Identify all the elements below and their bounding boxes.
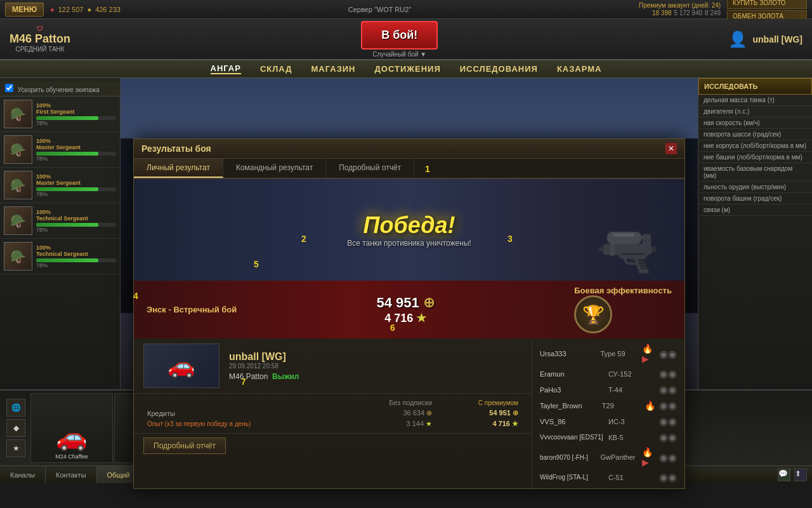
research-button[interactable]: ИССЛЕДОВАТЬ: [698, 78, 812, 95]
xp-icon-1: ★: [426, 420, 432, 427]
earnings-header-row: Без подписки С премиумом: [143, 398, 522, 408]
tank-slot-m24[interactable]: 🚗 M24 Chaffee: [30, 393, 113, 463]
server-display: Сервер "WOT RU2": [127, 6, 632, 13]
player-status-icons-1: ◉◉: [659, 348, 677, 360]
combat-eff-label: Боевая эффективность: [574, 286, 672, 295]
premium-info: Премиум аккаунт (дней: 24) 18 398 5 172 …: [639, 2, 721, 17]
battle-player-row-3: РаНо3 T-44 ◉◉: [537, 382, 679, 397]
player-name-7: baron9070 [-FH-]: [540, 454, 596, 461]
victory-subtitle: Все танки противника уничтожены!: [347, 239, 471, 248]
battle-player-row-8: WildFrog [STA-L] С-51 ◉◉: [537, 470, 679, 485]
tab-personal-result[interactable]: Личный результат: [134, 159, 223, 178]
slot-control-star[interactable]: ★: [6, 439, 25, 457]
chat-tab-channels[interactable]: Каналы: [0, 466, 46, 483]
crew-title-3: Master Sergeant: [36, 180, 116, 186]
credits-label: Кредиты: [143, 408, 344, 418]
xp-icon-2: ★: [512, 420, 518, 427]
xp-without: 3 144 ★: [344, 418, 436, 429]
crew-avatar-4: 🪖: [4, 206, 32, 235]
currency-1: 122 507: [58, 6, 84, 13]
without-premium-header: Без подписки: [344, 398, 436, 408]
tank-icon: 🛡: [37, 25, 43, 32]
chat-icon[interactable]: 💬: [778, 469, 790, 481]
victory-circle: Победа! Все танки противника уничтожены!: [347, 212, 471, 248]
survived-status: Выжил: [272, 372, 299, 381]
currency-2: 426 233: [95, 6, 121, 13]
chat-tab-contacts[interactable]: Контакты: [46, 466, 97, 483]
menu-button[interactable]: МЕНЮ: [5, 3, 44, 17]
credits-row: Кредиты 36 634 ⊕ 54 951 ⊕: [143, 408, 522, 418]
player-result-section: 🚗 unball [WG] 29.09.2012 20:58 M46 Patto…: [134, 338, 532, 394]
player-result-column: 🚗 unball [WG] 29.09.2012 20:58 M46 Patto…: [134, 338, 532, 488]
current-tank-info: 🛡 M46 Patton СРЕДНИЙ ТАНК: [10, 25, 70, 53]
earnings-section: Без подписки С премиумом Кредиты 36 634 …: [134, 394, 532, 434]
player-name-8: WildFrog [STA-L]: [540, 474, 605, 481]
credits-with: 54 951 ⊕: [436, 408, 522, 418]
player-tank-1: Type 59: [600, 350, 638, 358]
player-status-icons-7: ◉◉: [659, 451, 677, 464]
modal-tabs: Личный результат Командный результат Под…: [134, 159, 684, 179]
crew-avatar-2: 🪖: [4, 135, 32, 164]
crew-percent-1: 78%: [36, 120, 116, 126]
battle-button[interactable]: В бой!: [361, 21, 438, 50]
tank-survived-info: M46 Patton Выжил: [229, 372, 522, 381]
credits-xp-display: 54 951 ⊕ 4 716 ★: [377, 295, 435, 325]
nav-warehouse[interactable]: СКЛАД: [260, 64, 292, 74]
player-tank-preview: 🚗: [143, 344, 219, 388]
player-tank-4: T29: [602, 402, 641, 410]
crew-rank-4: 100%: [36, 209, 116, 215]
result-modal: Результаты боя ✕ Личный результат Команд…: [133, 138, 685, 489]
nav-barracks[interactable]: КАЗАРМА: [557, 64, 602, 74]
nav-hangar[interactable]: АНГАР: [211, 64, 241, 74]
modal-close-button[interactable]: ✕: [665, 143, 677, 154]
slot-control-globe[interactable]: 🌐: [6, 399, 25, 417]
crew-percent-4: 78%: [36, 227, 116, 233]
crew-member-1: 🪖 100% First Sergeant 78%: [0, 97, 120, 132]
crew-sidebar: Ускорить обучение экипажа 🪖 100% First S…: [0, 78, 121, 389]
crew-member-5: 🪖 100% Technical Sergeant 78%: [0, 239, 120, 274]
victory-text: Победа!: [347, 212, 471, 239]
crew-title-1: First Sergeant: [36, 109, 116, 115]
battle-mode[interactable]: Случайный бой ▼: [361, 51, 438, 58]
player-name-2: Eramun: [540, 370, 605, 378]
tank-icon-m24: 🚗: [56, 422, 88, 452]
nav-achievements[interactable]: ДОСТИЖЕНИЯ: [375, 64, 441, 74]
player-name-5: VVS_86: [540, 418, 605, 425]
expand-icon[interactable]: ⬆: [794, 469, 807, 481]
stat-penetration: иваемость базовым снарядом (мм): [698, 163, 812, 182]
xp-label: Опыт (х3 за первую победу в день): [143, 418, 344, 429]
accelerate-training-checkbox[interactable]: [5, 84, 13, 92]
player-status-icons-4: ◉◉: [659, 399, 677, 411]
stat-engine: двигателя (л.с.): [698, 106, 812, 117]
stat-traverse: поворота шасси (град/сек): [698, 129, 812, 140]
battle-players-list: Ursa333 Type 59 🔥▶ ◉◉ Eramun СУ-152 ◉◉: [532, 338, 684, 488]
nav-research[interactable]: ИССЛЕДОВАНИЯ: [460, 64, 538, 74]
bottom-nav-right: 💬 ⬆: [778, 469, 812, 481]
player-name-1: Ursa333: [540, 350, 596, 358]
credits-icon-2: ⊕: [513, 409, 518, 417]
tank-battle-silhouette: 🔫: [596, 221, 659, 281]
crew-title-2: Master Sergeant: [36, 144, 116, 150]
tab-detailed-report[interactable]: Подробный отчёт: [326, 159, 414, 178]
nav-shop[interactable]: МАГАЗИН: [311, 64, 355, 74]
tab-team-result[interactable]: Командный результат: [223, 159, 326, 178]
player-name-6: Vvvcoovvaan [EDS71]: [540, 434, 605, 441]
battle-player-row-5: VVS_86 ИС-3 ◉◉: [537, 414, 679, 429]
crew-member-4: 🪖 100% Technical Sergeant 78%: [0, 203, 120, 239]
modal-title: Результаты боя: [141, 144, 663, 154]
stat-radio: связи (м): [698, 204, 812, 216]
player-icons-7: 🔥▶: [642, 447, 655, 467]
player-tank-2: СУ-152: [608, 370, 652, 378]
player-tank-3: T-44: [608, 386, 652, 394]
slot-control-diamond[interactable]: ◆: [6, 419, 25, 437]
earnings-table: Без подписки С премиумом Кредиты 36 634 …: [143, 398, 522, 429]
crew-avatar-3: 🪖: [4, 171, 32, 199]
free-xp-amount: 8 249: [705, 10, 721, 17]
detail-report-button[interactable]: Подробный отчёт: [143, 438, 226, 454]
xp-amount: 4 716 ★: [377, 311, 435, 325]
slot-controls: 🌐 ◆ ★: [6, 399, 25, 457]
main-header: 🛡 M46 Patton СРЕДНИЙ ТАНК В бой! Случайн…: [0, 19, 812, 60]
buy-gold-button[interactable]: КУПИТЬ ЗОЛОТО: [727, 0, 807, 9]
crew-title-4: Technical Sergeant: [36, 215, 116, 222]
crew-percent-3: 78%: [36, 191, 116, 197]
